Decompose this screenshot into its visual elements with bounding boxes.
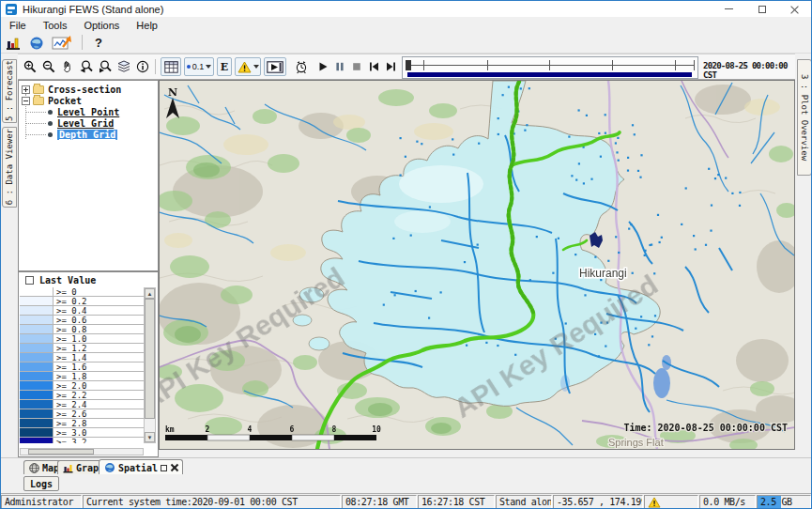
legend-horizontal-scrollbar[interactable] — [20, 448, 144, 455]
zoom-next-button[interactable] — [97, 57, 114, 76]
play-icon — [317, 61, 329, 72]
info-icon — [136, 60, 149, 73]
animation-timer-button[interactable] — [292, 57, 311, 76]
tree-item-label: Level Grid — [57, 118, 114, 129]
chevron-down-icon — [206, 65, 211, 69]
logs-row: Logs — [1, 474, 811, 493]
bottom-tab-bar: Map Graph Spatial — [1, 457, 811, 474]
stop-button[interactable] — [348, 57, 365, 76]
map-view[interactable]: API Key Required API Key Required N km 2… — [159, 80, 795, 450]
legend-row: >= 0.8 — [20, 325, 144, 334]
menu-tools[interactable]: Tools — [35, 19, 76, 32]
scrollbar-thumb[interactable] — [28, 449, 94, 455]
tab-forecast[interactable]: 5 : Forecast — [2, 59, 17, 123]
maximize-button[interactable] — [745, 1, 778, 17]
bar-chart-icon — [6, 36, 21, 51]
scroll-up-icon[interactable]: ▲ — [145, 288, 155, 299]
legend-row: >= 2.0 — [20, 381, 144, 391]
legend-threshold-label: >= 2.2 — [54, 391, 144, 399]
svg-text:N: N — [168, 86, 177, 99]
status-warning-cell[interactable] — [644, 495, 698, 509]
menu-file[interactable]: File — [1, 19, 35, 32]
tab-plot-overview[interactable]: 3 : Plot Overview — [797, 59, 812, 176]
folder-icon — [33, 85, 44, 94]
legend-swatch — [20, 400, 54, 409]
menu-help[interactable]: Help — [128, 19, 166, 32]
play-button[interactable] — [314, 57, 331, 76]
collapse-icon[interactable] — [22, 97, 30, 105]
legend-row: >= 2.8 — [20, 419, 144, 428]
first-frame-button[interactable] — [365, 57, 382, 76]
close-button[interactable] — [778, 1, 811, 17]
warnings-dropdown[interactable] — [235, 57, 261, 76]
last-value-checkbox[interactable] — [25, 276, 34, 285]
tree-item-label: Pocket — [48, 96, 82, 106]
zoom-in-button[interactable] — [22, 57, 38, 76]
svg-text:8: 8 — [332, 425, 337, 434]
tab-spatial[interactable]: Spatial — [99, 459, 183, 475]
menu-options[interactable]: Options — [75, 19, 128, 32]
title-bar: Hikurangi FEWS (Stand alone) — [1, 1, 811, 17]
pan-button[interactable] — [59, 57, 76, 76]
tab-data-viewer[interactable]: 6 : Data Viewer — [2, 127, 17, 208]
info-button[interactable] — [134, 57, 151, 76]
map-time-label: Time: 2020-08-25 00:00:00 CST — [623, 423, 788, 433]
legend-threshold-label: >= 1.2 — [54, 344, 144, 352]
timeseries-dialog-button[interactable] — [50, 34, 74, 52]
chevron-down-icon — [253, 65, 259, 69]
legend-swatch — [20, 391, 54, 399]
interval-dropdown[interactable]: 0.1 — [184, 57, 214, 76]
maximize-panel-icon[interactable] — [161, 465, 167, 471]
status-download-rate: 0.0 MB/s — [699, 495, 756, 509]
legend-threshold-label: >= 2.8 — [54, 419, 144, 427]
tree-item-pocket[interactable]: Pocket — [22, 95, 82, 106]
scrollbar-thumb[interactable] — [145, 299, 155, 419]
status-bar: Administrator Current system time:2020-0… — [1, 493, 811, 509]
pause-button[interactable] — [331, 57, 348, 76]
legend-edit-button[interactable]: E — [217, 57, 232, 76]
last-frame-button[interactable] — [382, 57, 399, 76]
legend-row: >= 1.0 — [20, 334, 144, 344]
tree-item-cross-section[interactable]: Cross-section — [22, 84, 121, 95]
zoom-out-button[interactable] — [40, 57, 57, 76]
layers-button[interactable] — [115, 57, 132, 76]
legend-row: >= 0.6 — [20, 316, 144, 325]
logs-button-label: Logs — [30, 479, 53, 489]
logs-button[interactable]: Logs — [23, 476, 59, 491]
bar-chart-icon — [63, 463, 73, 473]
tree-item-depth-grid[interactable]: Depth Grid — [48, 129, 117, 140]
legend-threshold-label: >= 0.2 — [54, 297, 144, 305]
close-icon — [790, 5, 799, 13]
close-panel-icon[interactable] — [170, 464, 177, 471]
current-time-label: 2020-08-25 00:00:00 CST — [703, 61, 793, 80]
scroll-down-icon[interactable]: ▼ — [145, 432, 155, 442]
explorer-button[interactable] — [3, 34, 23, 52]
zoom-previous-button[interactable] — [78, 57, 95, 76]
fews-logo-icon — [6, 4, 17, 15]
legend-swatch — [20, 325, 54, 333]
legend-row: >= 3.0 — [20, 428, 144, 438]
tree-item-level-grid[interactable]: Level Grid — [48, 117, 114, 129]
movie-export-button[interactable] — [264, 57, 286, 76]
tree-item-level-point[interactable]: Level Point — [48, 106, 119, 117]
help-icon: ? — [95, 36, 102, 50]
map-display-button[interactable] — [26, 34, 47, 52]
status-local-time: 16:27:18 CST — [418, 495, 495, 509]
globe-icon — [104, 462, 115, 473]
legend-vertical-scrollbar[interactable]: ▲ ▼ — [144, 287, 156, 443]
time-slider[interactable] — [402, 56, 698, 79]
expand-icon[interactable] — [22, 85, 30, 94]
minimize-button[interactable] — [712, 1, 745, 17]
legend-swatch — [20, 428, 54, 437]
first-frame-icon — [368, 61, 380, 72]
tab-spatial-label: Spatial — [118, 463, 158, 473]
help-button[interactable]: ? — [88, 34, 109, 52]
node-bullet-icon — [48, 121, 53, 126]
grid-display-button[interactable] — [161, 57, 181, 76]
time-slider-thumb[interactable] — [406, 60, 411, 70]
timer-icon — [294, 60, 309, 74]
svg-text:4: 4 — [248, 425, 253, 434]
legend-threshold-label: >= 2.0 — [54, 381, 144, 390]
node-bullet-icon — [48, 132, 53, 137]
main-toolbar: ? — [1, 33, 811, 54]
